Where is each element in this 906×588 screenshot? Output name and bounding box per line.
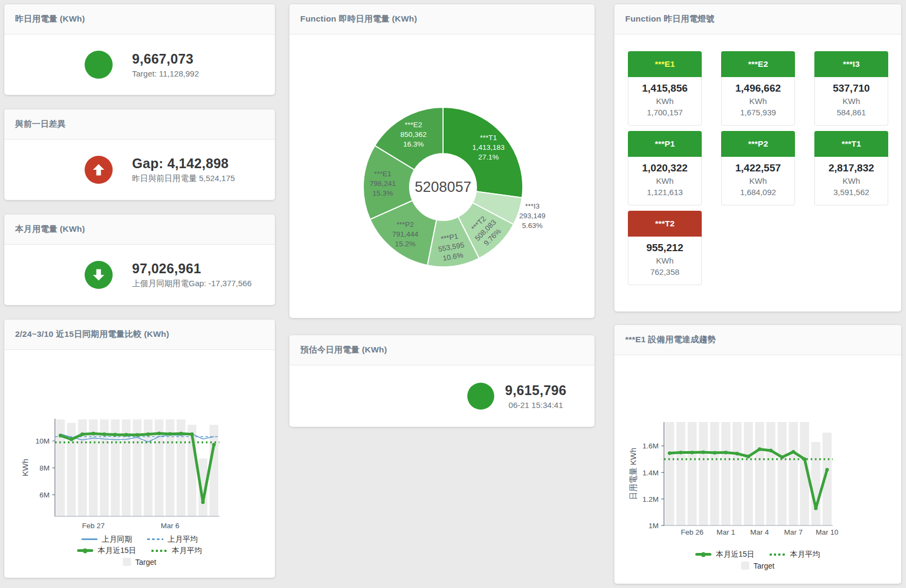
data-point[interactable]	[168, 432, 172, 436]
tile-header: ***I3	[814, 51, 888, 77]
y-tick-label: 1.2M	[642, 495, 659, 503]
light-tile-E1[interactable]: ***E11,415,856KWh1,700,157	[628, 51, 702, 126]
data-point[interactable]	[59, 434, 63, 438]
data-point[interactable]	[212, 443, 216, 447]
data-point[interactable]	[179, 432, 183, 435]
legend-label: 本月近15日	[98, 546, 136, 556]
target-bar[interactable]	[710, 422, 719, 525]
kpi-subtext: 上個月同期用電Gap: -17,377,566	[132, 279, 252, 289]
tile-value: 1,020,322	[628, 161, 701, 175]
data-point[interactable]	[125, 433, 128, 437]
legend-item[interactable]: 本月近15日	[695, 550, 755, 559]
target-bar[interactable]	[755, 422, 764, 525]
tile-body: 537,710KWh584,861	[814, 77, 888, 126]
target-bar[interactable]	[688, 422, 697, 525]
tile-header: ***P1	[628, 131, 702, 157]
data-point[interactable]	[113, 433, 117, 437]
card-header: 昨日用電量 (KWh)	[4, 4, 275, 34]
kpi-row: 9,615,796 06-21 15:34:41	[289, 365, 594, 427]
card-e1-trend: ***E1 設備用電達成趨勢 1M1.2M1.4M1.6MFeb 26Mar 1…	[614, 325, 901, 584]
legend-item[interactable]: 本月平均	[770, 550, 820, 559]
legend-item[interactable]: 本月近15日	[77, 546, 136, 556]
legend-item[interactable]: 上月平均	[147, 535, 198, 544]
y-tick-label: 6M	[39, 491, 50, 499]
target-bar[interactable]	[766, 422, 776, 525]
light-tile-I3[interactable]: ***I3537,710KWh584,861	[814, 51, 888, 126]
legend-item[interactable]: Target	[123, 558, 156, 566]
data-point[interactable]	[690, 451, 694, 454]
data-point[interactable]	[702, 451, 706, 454]
data-point[interactable]	[70, 438, 73, 441]
realtime-donut-chart[interactable]: ***T11,413,18327.1%***I3293,1495.63%***T…	[289, 34, 594, 318]
card-title: 與前一日差異	[15, 119, 66, 130]
target-bar[interactable]	[744, 422, 753, 525]
light-tile-E2[interactable]: ***E21,496,662KWh1,675,939	[721, 51, 795, 126]
legend-item[interactable]: Target	[741, 562, 774, 570]
e1-trend-line-chart[interactable]: 1M1.2M1.4M1.6MFeb 26Mar 1Mar 4Mar 7Mar 1…	[614, 355, 901, 555]
data-point[interactable]	[713, 451, 717, 455]
kpi-timestamp: 06-21 15:34:41	[505, 400, 566, 410]
data-point[interactable]	[792, 450, 796, 454]
light-tile-P1[interactable]: ***P11,020,322KWh1,121,613	[628, 131, 702, 205]
data-point[interactable]	[758, 447, 762, 451]
target-bar[interactable]	[210, 425, 218, 516]
tile-value: 955,212	[628, 241, 701, 255]
data-point[interactable]	[92, 432, 95, 435]
card-title: ***E1 設備用電達成趨勢	[625, 334, 716, 345]
data-point[interactable]	[746, 455, 750, 459]
data-point[interactable]	[157, 432, 161, 435]
svg-text:791,444: 791,444	[392, 230, 419, 238]
light-tile-T1[interactable]: ***T12,817,832KWh3,591,562	[814, 131, 888, 205]
arrow-up-icon	[85, 156, 113, 184]
light-signal-tiles: ***E11,415,856KWh1,700,157***E21,496,662…	[628, 51, 888, 285]
data-point[interactable]	[724, 451, 728, 454]
tile-unit: KWh	[815, 95, 888, 107]
legend-swatch-square	[741, 562, 749, 570]
tile-value: 537,710	[815, 81, 888, 95]
data-point[interactable]	[735, 452, 739, 455]
data-point[interactable]	[668, 451, 672, 455]
card-compare-trend: 2/24~3/10 近15日同期用電量比較 (KWh) 6M8M10MFeb 2…	[4, 320, 275, 578]
data-point[interactable]	[102, 432, 106, 436]
target-bar[interactable]	[665, 422, 674, 525]
svg-text:***T1: ***T1	[480, 134, 497, 142]
compare-line-chart[interactable]: 6M8M10MFeb 27Mar 6KWh	[4, 350, 275, 544]
data-point[interactable]	[201, 500, 205, 504]
tile-body: 1,415,856KWh1,700,157	[628, 77, 702, 126]
tile-unit: KWh	[628, 95, 701, 107]
target-bar[interactable]	[789, 422, 798, 525]
tile-header: ***E2	[721, 51, 795, 77]
kpi-row: 97,026,961 上個月同期用電Gap: -17,377,566	[4, 245, 275, 305]
legend-item[interactable]: 上月同期	[81, 535, 132, 544]
y-axis-label: 日用電量 KWh	[628, 448, 638, 500]
target-bar[interactable]	[699, 422, 708, 525]
tile-body: 1,020,322KWh1,121,613	[628, 157, 702, 205]
data-point[interactable]	[769, 449, 773, 453]
light-tile-P2[interactable]: ***P21,422,557KWh1,684,092	[721, 131, 795, 205]
target-bar[interactable]	[721, 422, 730, 525]
kpi-value: 9,667,073	[132, 51, 199, 67]
target-bar[interactable]	[811, 442, 820, 525]
svg-text:16.3%: 16.3%	[403, 140, 424, 148]
legend-item[interactable]: 本月平均	[151, 546, 202, 556]
card-header: 2/24~3/10 近15日同期用電量比較 (KWh)	[4, 320, 275, 350]
data-point[interactable]	[814, 507, 818, 510]
data-point[interactable]	[135, 433, 139, 437]
data-point[interactable]	[803, 458, 806, 461]
target-bar[interactable]	[778, 422, 787, 525]
data-point[interactable]	[825, 468, 829, 472]
card-day-gap: 與前一日差異 Gap: 4,142,898 昨日與前日用電量 5,524,175	[4, 109, 275, 200]
data-point[interactable]	[80, 432, 84, 436]
tile-unit: KWh	[815, 175, 888, 186]
target-bar[interactable]	[676, 422, 686, 525]
target-bar[interactable]	[732, 422, 742, 525]
kpi-row: Gap: 4,142,898 昨日與前日用電量 5,524,175	[4, 140, 275, 200]
data-point[interactable]	[190, 432, 194, 436]
data-point[interactable]	[780, 455, 784, 459]
data-point[interactable]	[146, 432, 150, 436]
legend-label: 上月同期	[102, 535, 132, 544]
kpi-subtext: Target: 11,128,992	[132, 69, 199, 78]
data-point[interactable]	[679, 451, 683, 454]
x-tick-label: Feb 27	[82, 522, 105, 530]
light-tile-T2[interactable]: ***T2955,212KWh762,358	[628, 211, 702, 285]
